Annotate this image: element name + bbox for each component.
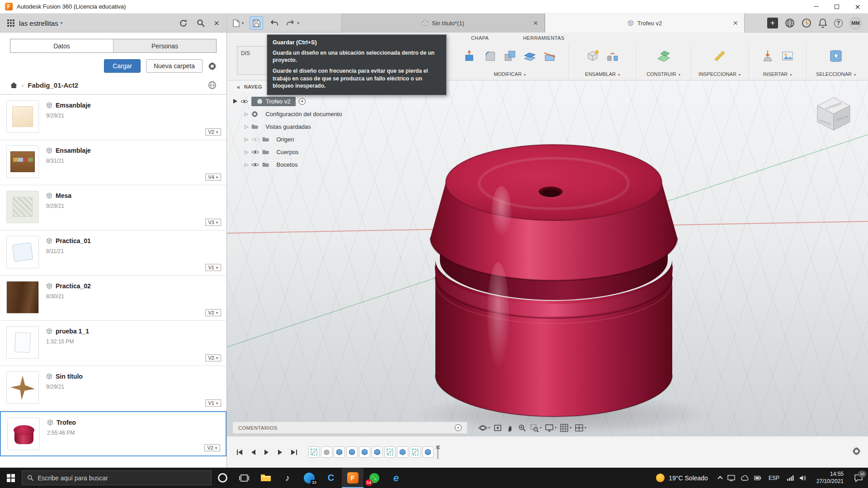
timeline-extrude-feature[interactable]	[372, 446, 383, 458]
eye-icon[interactable]	[251, 162, 259, 167]
new-component-icon[interactable]	[585, 48, 601, 64]
timeline-extrude-feature[interactable]	[422, 446, 434, 458]
upload-button[interactable]: Cargar	[104, 59, 141, 73]
zoom-button[interactable]	[518, 423, 527, 432]
group-label[interactable]: CONSTRUIR	[646, 71, 680, 77]
insert-mesh-icon[interactable]	[760, 48, 776, 64]
taskbar-tiktok-icon[interactable]	[277, 468, 298, 488]
timeline-form-feature[interactable]	[321, 446, 332, 458]
tab-personas[interactable]: Personas	[113, 39, 216, 52]
new-folder-button[interactable]: Nueva carpeta	[146, 59, 203, 73]
share-globe-icon[interactable]	[208, 81, 217, 89]
close-button[interactable]	[847, 0, 868, 13]
pan-button[interactable]	[505, 423, 514, 432]
shell-icon[interactable]	[502, 48, 518, 64]
list-item[interactable]: Practica_01 8/11/21 V1	[0, 230, 226, 276]
eye-icon[interactable]	[241, 99, 248, 104]
list-item[interactable]: Practica_02 8/30/21 V2	[0, 276, 226, 321]
refresh-icon[interactable]	[179, 19, 188, 28]
list-item[interactable]: Sin título 9/29/21 V1	[0, 366, 226, 411]
expand-arrow-icon[interactable]	[245, 111, 248, 117]
timeline-extrude-feature[interactable]	[346, 446, 358, 458]
close-panel-icon[interactable]	[214, 19, 219, 28]
taskbar-clock[interactable]: 14:55 27/10/2021	[811, 471, 849, 485]
eye-hidden-icon[interactable]	[251, 137, 259, 142]
tab-trofeo-v2[interactable]: Trofeo v2	[545, 14, 745, 33]
add-comment-icon[interactable]	[455, 424, 462, 431]
version-badge[interactable]: V2	[205, 128, 221, 136]
decal-image-icon[interactable]	[779, 48, 796, 64]
construction-plane-icon[interactable]	[656, 48, 672, 64]
zoom-window-button[interactable]	[530, 423, 542, 432]
cloud-icon[interactable]	[741, 475, 749, 481]
tab-close-icon[interactable]	[533, 19, 538, 28]
trophy-body[interactable]	[415, 145, 713, 434]
timeline-extrude-feature[interactable]	[334, 446, 345, 458]
version-badge[interactable]: V1	[205, 399, 221, 407]
split-body-icon[interactable]	[542, 48, 558, 64]
breadcrumb-folder[interactable]: Fabdig_01-Act2	[28, 81, 78, 89]
undo-button[interactable]	[268, 16, 281, 30]
taskbar-fusion-icon[interactable]	[342, 468, 363, 488]
ribbon-tab-herramientas[interactable]: HERRAMIENTAS	[523, 35, 564, 41]
viewport-3d[interactable]: NAVEG Trofeo v2 Configuración del docume…	[227, 80, 868, 436]
viewports-button[interactable]	[575, 423, 586, 432]
browser-root-row[interactable]: Trofeo v2	[233, 95, 369, 108]
group-label[interactable]: INSPECCIONAR	[698, 71, 741, 77]
job-status-clock-icon[interactable]	[802, 18, 811, 28]
tree-row-cuerpos[interactable]: Cuerpos	[233, 145, 369, 158]
battery-icon[interactable]	[754, 475, 761, 481]
globe-icon[interactable]	[785, 18, 795, 28]
avatar[interactable]: MM	[849, 17, 862, 29]
version-badge[interactable]: V1	[205, 264, 221, 271]
new-tab-button[interactable]	[767, 18, 778, 28]
speaker-icon[interactable]	[799, 475, 807, 481]
collapse-panel-icon[interactable]	[237, 84, 241, 90]
select-cursor-icon[interactable]	[828, 48, 844, 64]
view-cube[interactable]: SUPERIOR FRONTAL DERECHA	[808, 88, 858, 134]
root-document[interactable]: Trofeo v2	[251, 97, 296, 106]
timeline-extrude-feature[interactable]	[397, 446, 408, 458]
list-item[interactable]: prueba 1_1 1:32:15 PM V2	[0, 321, 226, 366]
offset-face-icon[interactable]	[522, 48, 538, 64]
help-icon[interactable]	[834, 19, 843, 28]
isolate-icon[interactable]	[299, 98, 306, 105]
timeline-play-button[interactable]	[261, 447, 272, 458]
tab-datos[interactable]: Datos	[10, 39, 113, 52]
save-button[interactable]	[250, 16, 263, 30]
taskbar-whatsapp-icon[interactable]: 54	[363, 468, 385, 488]
tree-row-origen[interactable]: Origen	[233, 133, 369, 145]
timeline-go-end-button[interactable]	[288, 447, 299, 458]
list-item-selected[interactable]: Trofeo 2:55:46 PM V2	[0, 411, 226, 456]
group-label[interactable]: MODIFICAR	[494, 71, 526, 77]
taskbar-c-app-icon[interactable]: C	[320, 468, 342, 488]
start-button[interactable]	[0, 468, 22, 488]
timeline-step-back-button[interactable]	[248, 447, 259, 458]
timeline-settings-gear-icon[interactable]	[852, 447, 861, 457]
tree-row-vistas[interactable]: Vistas guardadas	[233, 120, 369, 133]
timeline-sketch-feature[interactable]	[308, 446, 320, 458]
look-at-button[interactable]	[493, 423, 502, 432]
maximize-button[interactable]	[826, 0, 847, 13]
expand-arrow-icon[interactable]	[245, 149, 248, 155]
taskbar-task-view-icon[interactable]	[233, 468, 255, 488]
version-badge[interactable]: V2	[204, 444, 220, 451]
version-badge[interactable]: V3	[205, 219, 221, 226]
network-signal-icon[interactable]	[787, 475, 794, 481]
timeline-sketch-feature[interactable]	[384, 446, 396, 458]
version-badge[interactable]: V2	[205, 309, 221, 316]
notifications-bell-icon[interactable]	[818, 18, 827, 28]
timeline-position-marker[interactable]	[435, 445, 441, 460]
timeline-step-forward-button[interactable]	[275, 447, 286, 458]
list-item[interactable]: Emsanblaje 9/29/21 V2	[0, 95, 226, 140]
tree-row-bocetos[interactable]: Bocetos	[233, 158, 369, 171]
grid-snaps-button[interactable]	[560, 423, 571, 432]
measure-icon[interactable]	[712, 48, 728, 64]
apps-grid-icon[interactable]	[7, 19, 14, 27]
group-label[interactable]: ENSAMBLAR	[585, 71, 620, 77]
action-center-button[interactable]: 10	[849, 468, 868, 488]
file-menu-button[interactable]	[231, 16, 245, 30]
expand-arrow-icon[interactable]	[245, 162, 248, 168]
tab-close-icon[interactable]	[733, 19, 738, 28]
taskbar-weather[interactable]: 19°C Soleado	[650, 468, 714, 488]
